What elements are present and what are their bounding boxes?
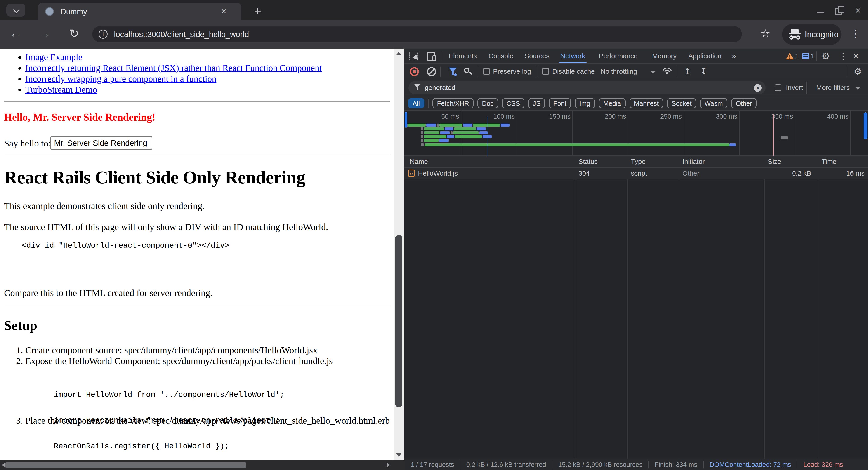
network-filter-row: generated × Invert More filters [404,79,868,96]
column-divider[interactable] [627,156,628,459]
column-time[interactable]: Time [822,156,837,167]
chip-fetch-xhr[interactable]: Fetch/XHR [432,98,473,108]
column-initiator[interactable]: Initiator [682,156,705,167]
throttling-select[interactable]: No throttling [600,64,637,79]
tab-search-button[interactable] [6,4,25,17]
site-info-icon[interactable]: i [98,30,107,39]
chip-socket[interactable]: Socket [667,98,696,108]
filter-icon[interactable] [449,68,457,76]
network-overview-timeline[interactable]: 50 ms 100 ms 150 ms 200 ms 250 ms 300 ms… [404,111,868,156]
more-filters-dropdown[interactable]: More filters [816,79,850,96]
chip-wasm[interactable]: Wasm [700,98,727,108]
preserve-log-checkbox[interactable] [483,68,490,75]
column-divider[interactable] [818,156,818,459]
link-image-example[interactable]: Image Example [25,52,82,62]
tab-network[interactable]: Network [560,49,585,63]
filter-input[interactable]: generated × [408,81,766,94]
bookmark-star-icon[interactable]: ☆ [756,24,774,42]
filter-text[interactable]: generated [425,81,455,94]
scroll-right-icon[interactable] [387,463,390,468]
tab-memory[interactable]: Memory [652,49,677,63]
tab-performance[interactable]: Performance [599,49,638,63]
settings-gear-icon[interactable]: ⚙ [822,49,830,63]
column-name[interactable]: Name [410,156,428,167]
export-har-icon[interactable]: ↧ [700,64,707,79]
link-turbostream[interactable]: TurboStream Demo [25,85,97,95]
column-divider[interactable] [764,156,765,459]
horizontal-scrollbar[interactable] [0,460,404,470]
back-button[interactable]: ← [6,24,24,42]
network-conditions-icon[interactable] [662,68,672,76]
column-size[interactable]: Size [768,156,781,167]
window-close-button[interactable]: × [853,5,863,15]
scroll-up-icon[interactable] [396,52,401,55]
reload-button[interactable]: ↻ [65,24,83,42]
divider [677,67,677,76]
horizontal-scrollbar-thumb[interactable] [5,462,246,468]
chip-doc[interactable]: Doc [477,98,498,108]
name-input[interactable] [50,136,152,150]
overview-left-handle[interactable] [405,112,407,128]
inspect-element-icon[interactable] [409,52,418,60]
requests-table: Name Status Type Initiator Size Time ‹› … [404,156,868,459]
url-text[interactable]: localhost:3000/client_side_hello_world [114,30,249,39]
scroll-down-icon[interactable] [396,453,401,457]
vertical-scrollbar[interactable] [394,49,404,460]
request-initiator[interactable]: Other [682,168,700,179]
clear-filter-icon[interactable]: × [754,84,762,92]
new-tab-button[interactable]: + [251,5,264,18]
chip-img[interactable]: Img [575,98,595,108]
waterfall-bar-blue [439,139,449,142]
column-divider[interactable] [575,156,575,459]
column-type[interactable]: Type [631,156,646,167]
disable-cache-checkbox[interactable] [542,68,549,75]
chip-css[interactable]: CSS [502,98,525,108]
column-status[interactable]: Status [579,156,598,167]
invert-checkbox[interactable] [775,84,781,91]
browser-tab[interactable]: Dummy × [38,3,241,20]
vertical-scrollbar-thumb[interactable] [395,235,402,407]
search-icon[interactable] [464,67,473,76]
console-message-icon[interactable] [802,53,809,59]
browser-menu-icon[interactable]: ⋮ [849,24,863,42]
devtools-menu-icon[interactable]: ⋮ [839,49,847,63]
link-react-element[interactable]: Incorrectly returning React Element (JSX… [25,63,322,73]
waterfall-bar-green [473,124,500,127]
clear-network-log-icon[interactable] [427,67,436,76]
tick-label: 300 ms [704,113,737,120]
waterfall-bar-green [424,131,439,134]
chip-other[interactable]: Other [731,98,757,108]
chip-manifest[interactable]: Manifest [629,98,663,108]
more-tabs-icon[interactable]: » [732,49,736,63]
tab-elements[interactable]: Elements [449,49,477,63]
url-bar[interactable]: i localhost:3000/client_side_hello_world [92,26,742,42]
devtools-close-icon[interactable]: × [853,49,859,63]
link-pure-component[interactable]: Incorrectly wrapping a pure component in… [25,74,216,84]
column-divider[interactable] [679,156,679,459]
chip-all[interactable]: All [408,98,424,108]
chevron-down-icon[interactable] [651,71,655,74]
tab-sources[interactable]: Sources [525,49,550,63]
chip-font[interactable]: Font [549,98,571,108]
chevron-down-icon[interactable] [856,87,860,90]
message-count[interactable]: 1 [811,49,815,63]
chip-js[interactable]: JS [528,98,545,108]
device-toolbar-icon[interactable] [427,52,436,61]
request-name[interactable]: HelloWorld.js [418,168,458,179]
warning-count[interactable]: 1 [795,49,799,63]
tab-close-icon[interactable]: × [219,6,229,16]
chip-media[interactable]: Media [599,98,626,108]
tab-console[interactable]: Console [489,49,513,63]
record-network-log-button[interactable] [410,67,419,76]
overview-right-handle[interactable] [864,112,867,139]
import-har-icon[interactable]: ↥ [684,64,691,79]
globe-favicon-icon [45,7,54,16]
window-restore-button[interactable] [835,5,844,15]
window-minimize-button[interactable] [816,5,826,15]
warning-icon[interactable]: ! [786,53,794,59]
table-row[interactable]: ‹› HelloWorld.js 304 script Other 0.2 kB… [404,168,868,180]
network-settings-gear-icon[interactable]: ⚙ [854,64,862,79]
tab-application[interactable]: Application [688,49,721,63]
scroll-left-icon[interactable] [2,463,5,468]
forward-button[interactable]: → [36,24,54,42]
